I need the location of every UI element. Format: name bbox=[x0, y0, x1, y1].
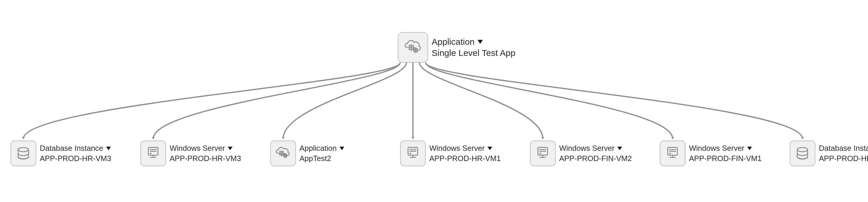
caret-down-icon[interactable] bbox=[106, 147, 111, 150]
caret-down-icon[interactable] bbox=[340, 147, 344, 150]
node-type-label: Windows Server bbox=[169, 144, 225, 153]
svg-point-20 bbox=[18, 148, 28, 152]
application-icon bbox=[270, 141, 296, 166]
caret-down-icon[interactable] bbox=[617, 147, 622, 150]
child-node[interactable]: Windows ServerAPP-PROD-HR-VM3 bbox=[141, 141, 241, 166]
node-type-label: Database Instance bbox=[819, 144, 868, 153]
svg-point-62 bbox=[670, 153, 671, 154]
node-name-label: APP-PROD-FIN-VM1 bbox=[689, 154, 762, 163]
node-type-line: Application bbox=[300, 144, 344, 153]
node-type-line: Database Instance bbox=[40, 144, 111, 153]
child-node[interactable]: Database InstanceAPP-PROD-HR-VM1 bbox=[789, 141, 868, 166]
node-name-label: APP-PROD-HR-VM3 bbox=[169, 154, 241, 163]
node-labels: Database InstanceAPP-PROD-HR-VM1 bbox=[819, 144, 868, 163]
caret-down-icon[interactable] bbox=[477, 40, 483, 44]
node-name-label: APP-PROD-HR-VM3 bbox=[40, 154, 111, 163]
svg-point-38 bbox=[285, 155, 286, 156]
node-type-line: Windows Server bbox=[169, 144, 241, 153]
svg-line-19 bbox=[417, 48, 417, 49]
svg-line-15 bbox=[414, 51, 414, 52]
child-node[interactable]: Windows ServerAPP-PROD-HR-VM1 bbox=[400, 141, 501, 166]
svg-line-42 bbox=[284, 156, 284, 157]
node-type-line: Windows Server bbox=[689, 144, 762, 153]
application-icon bbox=[398, 32, 428, 63]
svg-line-36 bbox=[283, 151, 283, 152]
svg-point-56 bbox=[539, 153, 541, 154]
child-node[interactable]: Windows ServerAPP-PROD-FIN-VM1 bbox=[660, 141, 762, 166]
database-icon bbox=[10, 141, 36, 166]
edge bbox=[23, 63, 400, 139]
svg-point-28 bbox=[281, 153, 282, 154]
edge bbox=[426, 63, 803, 139]
node-type-line: Database Instance bbox=[819, 144, 868, 153]
server-icon bbox=[400, 141, 426, 166]
node-labels: Database InstanceAPP-PROD-HR-VM3 bbox=[40, 144, 111, 163]
svg-point-11 bbox=[415, 50, 416, 51]
server-icon bbox=[530, 141, 556, 166]
node-labels: Windows ServerAPP-PROD-FIN-VM1 bbox=[689, 144, 762, 163]
svg-line-32 bbox=[280, 154, 280, 155]
node-type-label: Windows Server bbox=[429, 144, 485, 153]
svg-point-65 bbox=[797, 148, 807, 152]
server-icon bbox=[660, 141, 685, 166]
child-node[interactable]: Windows ServerAPP-PROD-FIN-VM2 bbox=[530, 141, 632, 166]
node-labels: Windows ServerAPP-PROD-FIN-VM2 bbox=[559, 144, 632, 163]
svg-line-40 bbox=[286, 156, 287, 157]
node-type-line: Windows Server bbox=[429, 144, 501, 153]
dependency-map: ApplicationSingle Level Test App Databas… bbox=[0, 0, 868, 202]
svg-line-5 bbox=[409, 49, 409, 50]
node-name-label: APP-PROD-HR-VM1 bbox=[429, 154, 501, 163]
node-type-label: Database Instance bbox=[40, 144, 103, 153]
node-type-line: Windows Server bbox=[559, 144, 632, 153]
node-type-label: Windows Server bbox=[559, 144, 615, 153]
edge bbox=[426, 63, 673, 139]
svg-line-7 bbox=[409, 45, 409, 46]
edge-layer bbox=[0, 0, 868, 202]
svg-line-34 bbox=[280, 151, 280, 152]
node-type-label: Application bbox=[300, 144, 337, 153]
server-icon bbox=[141, 141, 166, 166]
node-name-label: Single Level Test App bbox=[432, 48, 515, 58]
svg-line-17 bbox=[414, 48, 414, 49]
caret-down-icon[interactable] bbox=[488, 147, 492, 150]
edge bbox=[283, 63, 406, 139]
node-type-label: Windows Server bbox=[689, 144, 744, 153]
caret-down-icon[interactable] bbox=[747, 147, 752, 150]
child-node[interactable]: ApplicationAppTest2 bbox=[270, 141, 344, 166]
caret-down-icon[interactable] bbox=[228, 147, 232, 150]
node-labels: ApplicationAppTest2 bbox=[300, 144, 344, 163]
node-labels: Windows ServerAPP-PROD-HR-VM3 bbox=[169, 144, 241, 163]
svg-line-3 bbox=[413, 49, 413, 50]
svg-point-1 bbox=[410, 47, 412, 48]
database-icon bbox=[789, 141, 815, 166]
node-labels: Windows ServerAPP-PROD-HR-VM1 bbox=[429, 144, 501, 163]
svg-line-9 bbox=[413, 45, 413, 46]
node-name-label: AppTest2 bbox=[300, 154, 344, 163]
svg-point-50 bbox=[410, 153, 411, 154]
svg-line-46 bbox=[286, 154, 287, 154]
node-labels: ApplicationSingle Level Test App bbox=[432, 37, 515, 58]
child-node[interactable]: Database InstanceAPP-PROD-HR-VM3 bbox=[10, 141, 111, 166]
node-name-label: APP-PROD-HR-VM1 bbox=[819, 154, 868, 163]
node-name-label: APP-PROD-FIN-VM2 bbox=[559, 154, 632, 163]
edge bbox=[420, 63, 543, 139]
node-type-label: Application bbox=[432, 37, 475, 47]
node-type-line: Application bbox=[432, 37, 515, 47]
svg-line-44 bbox=[284, 154, 284, 154]
svg-line-13 bbox=[417, 51, 417, 52]
root-node[interactable]: ApplicationSingle Level Test App bbox=[398, 32, 515, 63]
edge bbox=[153, 63, 400, 139]
svg-point-24 bbox=[150, 153, 152, 154]
